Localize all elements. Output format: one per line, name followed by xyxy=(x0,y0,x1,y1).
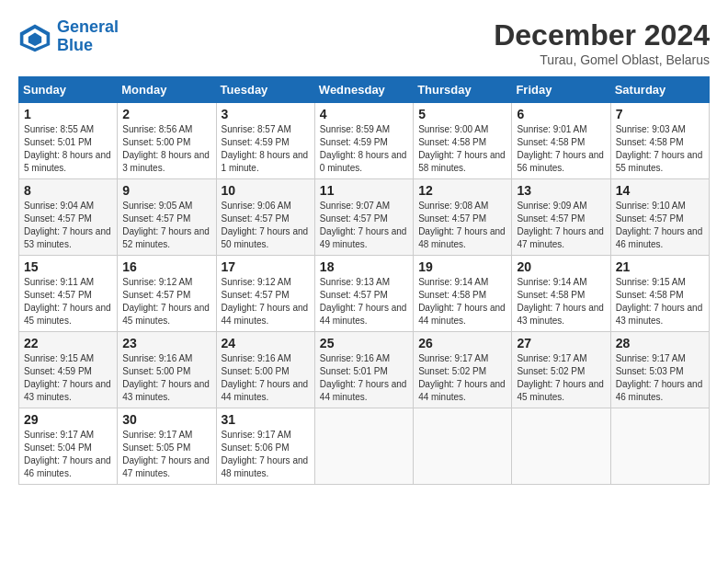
table-row xyxy=(512,408,610,485)
day-number: 5 xyxy=(418,107,506,121)
table-row: 28 Sunrise: 9:17 AM Sunset: 5:03 PM Dayl… xyxy=(610,332,709,408)
day-info: Sunrise: 9:00 AM Sunset: 4:58 PM Dayligh… xyxy=(418,123,506,175)
calendar-table: Sunday Monday Tuesday Wednesday Thursday… xyxy=(18,76,710,485)
day-number: 25 xyxy=(320,336,408,350)
logo: General Blue xyxy=(18,18,119,55)
day-info: Sunrise: 9:11 AM Sunset: 4:57 PM Dayligh… xyxy=(24,276,112,327)
col-monday: Monday xyxy=(118,77,216,103)
day-info: Sunrise: 9:17 AM Sunset: 5:03 PM Dayligh… xyxy=(616,352,704,404)
day-number: 24 xyxy=(222,336,310,350)
table-row xyxy=(414,408,512,485)
calendar-header-row: Sunday Monday Tuesday Wednesday Thursday… xyxy=(19,77,710,103)
day-number: 23 xyxy=(122,336,210,350)
day-info: Sunrise: 9:10 AM Sunset: 4:57 PM Dayligh… xyxy=(616,200,704,251)
table-row: 19 Sunrise: 9:14 AM Sunset: 4:58 PM Dayl… xyxy=(414,256,512,332)
logo-line1: General xyxy=(57,17,119,36)
day-info: Sunrise: 8:56 AM Sunset: 5:00 PM Dayligh… xyxy=(122,123,210,175)
day-number: 16 xyxy=(122,259,210,274)
day-info: Sunrise: 9:17 AM Sunset: 5:05 PM Dayligh… xyxy=(122,429,210,480)
table-row: 1 Sunrise: 8:55 AM Sunset: 5:01 PM Dayli… xyxy=(19,103,118,179)
day-number: 14 xyxy=(616,183,704,198)
calendar-week-row: 8 Sunrise: 9:04 AM Sunset: 4:57 PM Dayli… xyxy=(19,179,710,256)
day-number: 13 xyxy=(517,183,605,198)
day-number: 19 xyxy=(418,259,506,274)
table-row: 21 Sunrise: 9:15 AM Sunset: 4:58 PM Dayl… xyxy=(610,256,709,332)
title-block: December 2024 Turau, Gomel Oblast, Belar… xyxy=(494,18,710,67)
table-row: 2 Sunrise: 8:56 AM Sunset: 5:00 PM Dayli… xyxy=(118,103,216,179)
day-info: Sunrise: 9:14 AM Sunset: 4:58 PM Dayligh… xyxy=(418,276,506,327)
table-row: 8 Sunrise: 9:04 AM Sunset: 4:57 PM Dayli… xyxy=(19,179,118,256)
day-number: 3 xyxy=(222,107,310,121)
day-number: 1 xyxy=(24,107,112,121)
table-row: 29 Sunrise: 9:17 AM Sunset: 5:04 PM Dayl… xyxy=(19,408,118,485)
table-row: 9 Sunrise: 9:05 AM Sunset: 4:57 PM Dayli… xyxy=(118,179,216,256)
day-info: Sunrise: 8:59 AM Sunset: 4:59 PM Dayligh… xyxy=(320,123,408,175)
day-info: Sunrise: 9:06 AM Sunset: 4:57 PM Dayligh… xyxy=(222,200,310,251)
table-row xyxy=(314,408,413,485)
table-row: 7 Sunrise: 9:03 AM Sunset: 4:58 PM Dayli… xyxy=(610,103,709,179)
day-number: 26 xyxy=(418,336,506,350)
day-info: Sunrise: 9:15 AM Sunset: 4:59 PM Dayligh… xyxy=(24,352,112,404)
day-info: Sunrise: 9:17 AM Sunset: 5:06 PM Dayligh… xyxy=(222,429,310,480)
table-row: 24 Sunrise: 9:16 AM Sunset: 5:00 PM Dayl… xyxy=(216,332,314,408)
table-row: 20 Sunrise: 9:14 AM Sunset: 4:58 PM Dayl… xyxy=(512,256,610,332)
day-number: 10 xyxy=(222,183,310,198)
day-number: 30 xyxy=(122,412,210,427)
day-number: 17 xyxy=(222,259,310,274)
table-row: 23 Sunrise: 9:16 AM Sunset: 5:00 PM Dayl… xyxy=(118,332,216,408)
day-number: 11 xyxy=(320,183,408,198)
day-number: 29 xyxy=(24,412,112,427)
day-info: Sunrise: 9:14 AM Sunset: 4:58 PM Dayligh… xyxy=(517,276,605,327)
table-row: 14 Sunrise: 9:10 AM Sunset: 4:57 PM Dayl… xyxy=(610,179,709,256)
day-info: Sunrise: 9:13 AM Sunset: 4:57 PM Dayligh… xyxy=(320,276,408,327)
day-number: 22 xyxy=(24,336,112,350)
col-thursday: Thursday xyxy=(414,77,512,103)
day-info: Sunrise: 9:08 AM Sunset: 4:57 PM Dayligh… xyxy=(418,200,506,251)
table-row: 12 Sunrise: 9:08 AM Sunset: 4:57 PM Dayl… xyxy=(414,179,512,256)
col-wednesday: Wednesday xyxy=(314,77,413,103)
day-number: 20 xyxy=(517,259,605,274)
calendar-week-row: 15 Sunrise: 9:11 AM Sunset: 4:57 PM Dayl… xyxy=(19,256,710,332)
day-info: Sunrise: 9:03 AM Sunset: 4:58 PM Dayligh… xyxy=(616,123,704,175)
month-title: December 2024 xyxy=(494,18,710,52)
logo-line2: Blue xyxy=(57,37,119,55)
table-row: 25 Sunrise: 9:16 AM Sunset: 5:01 PM Dayl… xyxy=(314,332,413,408)
calendar-week-row: 29 Sunrise: 9:17 AM Sunset: 5:04 PM Dayl… xyxy=(19,408,710,485)
day-info: Sunrise: 9:05 AM Sunset: 4:57 PM Dayligh… xyxy=(122,200,210,251)
day-info: Sunrise: 9:17 AM Sunset: 5:02 PM Dayligh… xyxy=(418,352,506,404)
table-row: 13 Sunrise: 9:09 AM Sunset: 4:57 PM Dayl… xyxy=(512,179,610,256)
day-info: Sunrise: 9:07 AM Sunset: 4:57 PM Dayligh… xyxy=(320,200,408,251)
day-info: Sunrise: 9:15 AM Sunset: 4:58 PM Dayligh… xyxy=(616,276,704,327)
table-row: 15 Sunrise: 9:11 AM Sunset: 4:57 PM Dayl… xyxy=(19,256,118,332)
logo-icon xyxy=(18,20,51,53)
table-row: 22 Sunrise: 9:15 AM Sunset: 4:59 PM Dayl… xyxy=(19,332,118,408)
day-info: Sunrise: 8:57 AM Sunset: 4:59 PM Dayligh… xyxy=(222,123,310,175)
day-info: Sunrise: 9:12 AM Sunset: 4:57 PM Dayligh… xyxy=(222,276,310,327)
table-row: 10 Sunrise: 9:06 AM Sunset: 4:57 PM Dayl… xyxy=(216,179,314,256)
calendar-week-row: 1 Sunrise: 8:55 AM Sunset: 5:01 PM Dayli… xyxy=(19,103,710,179)
day-number: 27 xyxy=(517,336,605,350)
day-info: Sunrise: 9:16 AM Sunset: 5:00 PM Dayligh… xyxy=(122,352,210,404)
table-row: 18 Sunrise: 9:13 AM Sunset: 4:57 PM Dayl… xyxy=(314,256,413,332)
day-info: Sunrise: 9:09 AM Sunset: 4:57 PM Dayligh… xyxy=(517,200,605,251)
table-row: 16 Sunrise: 9:12 AM Sunset: 4:57 PM Dayl… xyxy=(118,256,216,332)
location-subtitle: Turau, Gomel Oblast, Belarus xyxy=(494,52,710,67)
day-info: Sunrise: 9:04 AM Sunset: 4:57 PM Dayligh… xyxy=(24,200,112,251)
table-row: 26 Sunrise: 9:17 AM Sunset: 5:02 PM Dayl… xyxy=(414,332,512,408)
table-row xyxy=(610,408,709,485)
col-friday: Friday xyxy=(512,77,610,103)
day-number: 4 xyxy=(320,107,408,121)
day-info: Sunrise: 9:17 AM Sunset: 5:02 PM Dayligh… xyxy=(517,352,605,404)
calendar-week-row: 22 Sunrise: 9:15 AM Sunset: 4:59 PM Dayl… xyxy=(19,332,710,408)
day-number: 15 xyxy=(24,259,112,274)
day-info: Sunrise: 8:55 AM Sunset: 5:01 PM Dayligh… xyxy=(24,123,112,175)
day-number: 21 xyxy=(616,259,704,274)
day-number: 9 xyxy=(122,183,210,198)
day-number: 28 xyxy=(616,336,704,350)
day-info: Sunrise: 9:12 AM Sunset: 4:57 PM Dayligh… xyxy=(122,276,210,327)
table-row: 5 Sunrise: 9:00 AM Sunset: 4:58 PM Dayli… xyxy=(414,103,512,179)
day-number: 18 xyxy=(320,259,408,274)
table-row: 11 Sunrise: 9:07 AM Sunset: 4:57 PM Dayl… xyxy=(314,179,413,256)
day-info: Sunrise: 9:01 AM Sunset: 4:58 PM Dayligh… xyxy=(517,123,605,175)
table-row: 27 Sunrise: 9:17 AM Sunset: 5:02 PM Dayl… xyxy=(512,332,610,408)
